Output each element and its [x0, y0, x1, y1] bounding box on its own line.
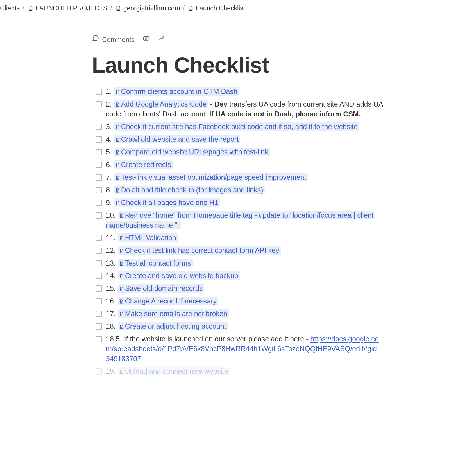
checklist-item: 10. Remove "home" from Homepage title ta… [96, 210, 384, 230]
checklist-item-body: 1. Confirm clients account in OTM Dash [106, 87, 384, 96]
checklist-item-body: 7. Test-link visual asset optimization/p… [106, 172, 384, 182]
page-icon [119, 248, 124, 253]
item-text: If the website is launched on our server… [124, 335, 310, 343]
page-link[interactable]: Do alt and title checkup (for images and… [114, 186, 265, 194]
page-link[interactable]: Remove "home" from Homepage title tag - … [106, 211, 374, 229]
page-link-label: Test-link visual asset optimization/page… [121, 173, 306, 181]
checklist-item: 3. Check if current site has Facebook pi… [96, 122, 384, 132]
checkbox[interactable] [96, 336, 102, 342]
comments-button[interactable]: Comments [92, 35, 135, 45]
checklist-item-body: 8. Do alt and title checkup (for images … [106, 185, 384, 195]
checkbox[interactable] [96, 124, 102, 130]
page-link-label: Change A record if necessary [125, 297, 217, 305]
checkbox[interactable] [96, 136, 102, 143]
page-link[interactable]: Create and save old website backup [118, 271, 240, 280]
checklist-item: 5. Compare old website URLs/pages with t… [96, 147, 384, 157]
item-number: 13. [106, 259, 118, 267]
checklist-item-body: 11. HTML Validation [106, 233, 384, 243]
page-link[interactable]: Add Google Analytics Code [114, 100, 208, 108]
checkbox[interactable] [96, 162, 102, 168]
page-icon [119, 312, 124, 317]
item-number: 19. [106, 367, 118, 375]
checkbox[interactable] [96, 273, 102, 279]
checklist-item: 18. Create or adjust hosting account [96, 321, 384, 331]
checklist-item-body: 4. Crawl old website and save the report [106, 134, 384, 144]
checkbox[interactable] [96, 298, 102, 304]
page-link-label: Check if current site has Facebook pixel… [121, 123, 358, 130]
checklist-item: 9. Check if all pages have one H1 [96, 198, 384, 208]
checkbox[interactable] [96, 311, 102, 317]
checklist-item-body: 18.5. If the website is launched on our … [106, 334, 384, 364]
page-link-label: Confirm clients account in OTM Dash [121, 87, 237, 95]
checklist-item: 8. Do alt and title checkup (for images … [96, 185, 384, 195]
checkbox[interactable] [96, 187, 102, 193]
checklist-item-body: 6. Create redirects [106, 160, 384, 170]
checklist-item-body: 9. Check if all pages have one H1 [106, 198, 384, 208]
checklist-item: 1. Confirm clients account in OTM Dash [96, 87, 384, 96]
page-link-label: Save old domain records [125, 284, 203, 292]
checkbox[interactable] [96, 260, 102, 266]
item-number: 12. [106, 246, 118, 254]
checkbox[interactable] [96, 174, 102, 181]
analytics-button[interactable] [158, 35, 165, 45]
breadcrumb-separator: / [22, 3, 24, 13]
checklist: 1. Confirm clients account in OTM Dash2.… [92, 87, 384, 376]
page-link-label: Create redirects [121, 161, 171, 168]
page-link[interactable]: Save old domain records [118, 284, 205, 292]
checkbox[interactable] [96, 285, 102, 292]
checklist-item: 2. Add Google Analytics Code - Dev trans… [96, 99, 384, 119]
breadcrumb-item[interactable]: LAUNCHED PROJECTS [27, 3, 108, 13]
checkbox[interactable] [96, 200, 102, 206]
checkbox[interactable] [96, 235, 102, 241]
checkbox[interactable] [96, 149, 102, 155]
page-link[interactable]: Crawl old website and save the report [114, 135, 240, 143]
item-number: 1. [106, 87, 114, 95]
item-number: 11. [106, 234, 118, 242]
item-number: 4. [106, 135, 114, 143]
page-link[interactable]: Create redirects [114, 160, 173, 169]
item-number: 18. [106, 322, 118, 330]
page-toolbar: Comments [92, 17, 384, 51]
checklist-item-body: 10. Remove "home" from Homepage title ta… [106, 210, 384, 230]
page-link-label: HTML Validation [125, 234, 176, 242]
breadcrumb-label: Launch Checklist [196, 3, 245, 13]
page-icon [115, 175, 120, 180]
checkbox[interactable] [96, 248, 102, 254]
page-icon [187, 5, 194, 11]
checkbox[interactable] [96, 212, 102, 219]
page-link[interactable]: HTML Validation [118, 233, 178, 242]
checklist-item: 14. Create and save old website backup [96, 271, 384, 281]
page-link[interactable]: Check if test link has correct contact f… [118, 246, 281, 255]
page-link[interactable]: Upload and connect new website [118, 367, 230, 375]
page-link[interactable]: Check if current site has Facebook pixel… [114, 122, 359, 131]
item-number: 18.5. [106, 335, 124, 343]
checklist-item-body: 17. Make sure emails are not broken [106, 309, 384, 319]
page-link[interactable]: Test-link visual asset optimization/page… [114, 173, 308, 181]
svg-point-0 [143, 36, 148, 41]
checklist-item: 18.5. If the website is launched on our … [96, 334, 384, 364]
page-link[interactable]: Make sure emails are not broken [118, 309, 229, 318]
comments-label: Comments [102, 35, 135, 45]
page-link[interactable]: Check if all pages have one H1 [114, 198, 220, 207]
checkbox[interactable] [96, 323, 102, 330]
page-icon [119, 369, 124, 374]
page-link[interactable]: Confirm clients account in OTM Dash [114, 87, 239, 96]
checkbox[interactable] [96, 101, 102, 107]
page-link[interactable]: Change A record if necessary [118, 297, 219, 305]
page-link[interactable]: Compare old website URLs/pages with test… [114, 148, 270, 156]
checklist-item: 12. Check if test link has correct conta… [96, 246, 384, 255]
checklist-item-body: 16. Change A record if necessary [106, 296, 384, 306]
checkbox[interactable] [96, 89, 102, 95]
breadcrumb-item[interactable]: georgiatrialfirm.com [115, 3, 180, 13]
breadcrumb-item[interactable]: Launch Checklist [187, 3, 245, 13]
page-link-label: Create or adjust hosting account [125, 322, 226, 330]
breadcrumb-item[interactable]: Clients [0, 3, 20, 13]
item-number: 10. [106, 211, 118, 219]
checkbox[interactable] [96, 368, 102, 375]
add-reaction-button[interactable] [142, 35, 150, 45]
page-link[interactable]: Test all contact forms [118, 259, 193, 267]
page-icon [115, 137, 120, 142]
page-link-label: Do alt and title checkup (for images and… [121, 186, 263, 194]
page-icon [119, 261, 124, 266]
page-link[interactable]: Create or adjust hosting account [118, 322, 228, 330]
